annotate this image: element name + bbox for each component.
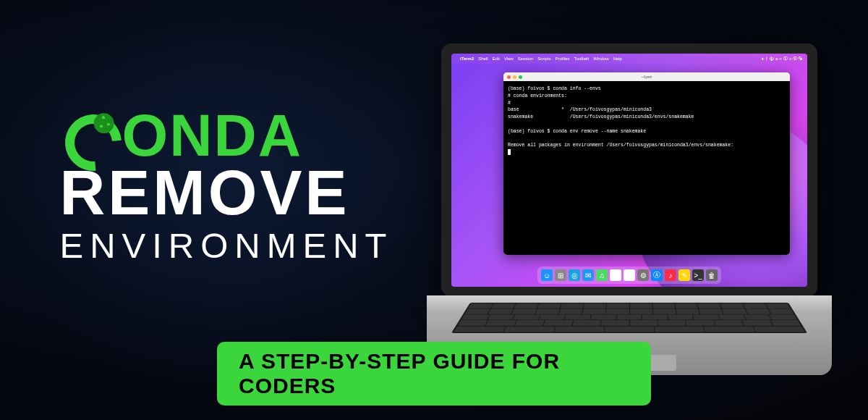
title-line1: ONDA <box>122 109 393 162</box>
macos-menubar[interactable]: iTerm2 Shell Edit View Session Scripts P… <box>451 54 807 64</box>
menu-item[interactable]: View <box>504 56 514 61</box>
dock-messages-icon[interactable]: ♫ <box>596 269 608 281</box>
terminal-title: ~/tywz <box>642 75 652 79</box>
menu-item[interactable]: Toolbelt <box>574 56 590 61</box>
maximize-icon[interactable] <box>519 75 522 79</box>
menu-item[interactable]: Session <box>518 56 533 61</box>
macos-dock[interactable]: ☺⊞◎✉♫✿▦⚙Ⓐ♪✎>_🗑 <box>537 266 721 284</box>
menu-item[interactable]: Scripts <box>537 56 550 61</box>
terminal-window[interactable]: ~/tywz (base) foivos $ conda info --envs… <box>503 72 790 255</box>
dock-finder-icon[interactable]: ☺ <box>541 269 553 281</box>
title-text: ONDA REMOVE ENVIRONMENT <box>122 109 393 264</box>
term-line: base * /Users/foivosgypas/miniconda3 <box>508 107 652 112</box>
term-line: # <box>508 101 511 106</box>
dock-launchpad-icon[interactable]: ⊞ <box>555 269 566 281</box>
title-line3: ENVIRONMENT <box>59 228 393 264</box>
terminal-titlebar[interactable]: ~/tywz <box>503 72 790 81</box>
title-line2: REMOVE <box>59 161 393 224</box>
minimize-icon[interactable] <box>513 75 516 79</box>
terminal-body[interactable]: (base) foivos $ conda info --envs # cond… <box>503 81 790 255</box>
term-line: snakemake /Users/foivosgypas/miniconda3/… <box>508 114 694 119</box>
close-icon[interactable] <box>507 75 511 79</box>
dock-settings-icon[interactable]: ⚙ <box>637 269 649 281</box>
dock-notes-icon[interactable]: ✎ <box>678 269 690 281</box>
keyboard-keys <box>451 303 807 333</box>
dock-mail-icon[interactable]: ✉ <box>582 269 594 281</box>
menu-item[interactable]: Help <box>613 56 622 61</box>
headline-block: ONDA REMOVE ENVIRONMENT <box>65 109 393 264</box>
menubar-status-icons[interactable]: ◐ ᛒ ⏻ ☰ ◉ ⓘ ⊕ Ⓐ ⧉ <box>762 56 803 61</box>
menu-item[interactable]: Profiles <box>556 56 570 61</box>
cursor-icon <box>508 149 511 155</box>
term-line: # conda environments: <box>508 93 567 98</box>
menu-item[interactable]: Window <box>593 56 608 61</box>
dock-safari-icon[interactable]: ◎ <box>569 269 580 281</box>
dock-appstore-icon[interactable]: Ⓐ <box>651 269 663 281</box>
dock-photos-icon[interactable]: ✿ <box>610 269 621 281</box>
laptop-mockup: iTerm2 Shell Edit View Session Scripts P… <box>427 43 832 384</box>
menu-item[interactable]: Edit <box>493 56 500 61</box>
dock-calendar-icon[interactable]: ▦ <box>624 269 635 281</box>
subtitle-badge: A STEP-BY-STEP GUIDE FOR CODERS <box>217 342 651 406</box>
term-line: Remove all packages in environment /User… <box>508 143 733 148</box>
menubar-app-name[interactable]: iTerm2 <box>460 56 474 61</box>
term-line: (base) foivos $ conda info --envs <box>508 86 601 91</box>
menu-item[interactable]: Shell <box>478 56 488 61</box>
dock-trash-icon[interactable]: 🗑 <box>706 269 718 281</box>
dock-terminal-icon[interactable]: >_ <box>692 269 704 281</box>
laptop-screen-frame: iTerm2 Shell Edit View Session Scripts P… <box>441 43 817 297</box>
dock-music-icon[interactable]: ♪ <box>665 269 676 281</box>
desktop-wallpaper: iTerm2 Shell Edit View Session Scripts P… <box>451 54 807 287</box>
term-line: (base) foivos $ conda env remove --name … <box>508 129 646 134</box>
